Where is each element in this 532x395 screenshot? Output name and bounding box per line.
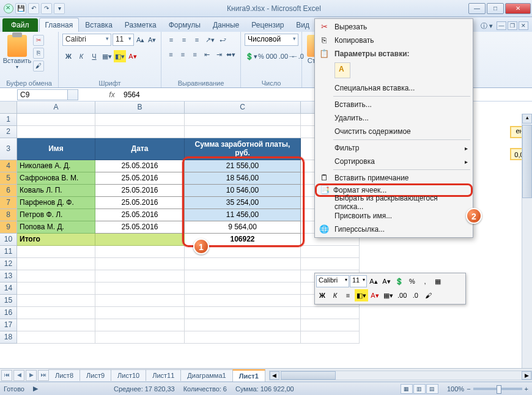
select-all-button[interactable] [0, 102, 17, 114]
header-date[interactable]: Дата [95, 138, 185, 160]
col-header-a[interactable]: A [17, 102, 95, 114]
inner-restore-button[interactable]: ❐ [508, 21, 517, 30]
cell[interactable] [185, 295, 301, 307]
row-header[interactable]: 18 [0, 331, 17, 344]
ctx-insert-comment[interactable]: 🗒Вставить примечание [316, 171, 471, 185]
col-header-c[interactable]: C [185, 102, 301, 114]
inner-minimize-button[interactable]: — [497, 21, 506, 30]
align-left-button[interactable]: ≡ [165, 48, 177, 61]
cell-sum[interactable]: 10 546,00 [185, 185, 301, 197]
ctx-hyperlink[interactable]: 🌐Гиперссылка... [316, 223, 471, 236]
align-right-button[interactable]: ≡ [189, 48, 201, 61]
mini-shrink-font-icon[interactable]: A▾ [380, 275, 393, 287]
scroll-right-button[interactable]: ▶ [522, 371, 531, 380]
cell-sum[interactable]: 11 456,00 [185, 209, 301, 221]
qat-more-icon[interactable]: ▾ [54, 3, 65, 14]
cell[interactable] [185, 114, 301, 126]
scroll-up-button[interactable]: ▴ [522, 114, 532, 124]
tab-view[interactable]: Вид [290, 18, 316, 32]
row-header[interactable]: 6 [0, 185, 17, 197]
mini-border-icon[interactable]: ▦ [432, 275, 444, 287]
mini-dec-decimal-button[interactable]: .0 [409, 289, 421, 301]
row-header[interactable]: 1 [0, 114, 17, 126]
cell[interactable] [185, 307, 301, 319]
cell-date[interactable]: 25.05.2016 [95, 185, 185, 197]
paste-option-1[interactable] [334, 62, 350, 78]
cell[interactable] [185, 270, 301, 282]
view-normal-button[interactable]: ▦ [401, 384, 413, 394]
tab-formulas[interactable]: Формулы [163, 18, 207, 32]
cell-date[interactable]: 25.05.2016 [95, 172, 185, 185]
cell[interactable] [17, 114, 95, 126]
cell-name[interactable]: Сафронова В. М. [17, 172, 95, 185]
view-layout-button[interactable]: ▥ [413, 384, 426, 394]
tab-home[interactable]: Главная [39, 18, 79, 32]
scroll-left-button[interactable]: ◀ [270, 371, 279, 380]
row-header[interactable]: 12 [0, 258, 17, 270]
header-name[interactable]: Имя [17, 138, 95, 160]
view-pagebreak-button[interactable]: ▤ [426, 384, 438, 394]
mini-format-painter-icon[interactable]: 🖌 [422, 289, 434, 301]
cell[interactable] [17, 126, 95, 138]
font-name-combo[interactable]: Calibri [62, 34, 111, 46]
mini-percent-icon[interactable]: % [406, 275, 418, 287]
cell-total-label[interactable]: Итого [17, 234, 95, 246]
italic-button[interactable]: К [75, 50, 87, 62]
sheet-tab[interactable]: Лист11 [146, 369, 181, 381]
zoom-in-button[interactable]: + [525, 385, 528, 393]
cell[interactable] [185, 282, 301, 295]
cell[interactable] [95, 114, 185, 126]
cell[interactable] [185, 126, 301, 138]
align-bottom-button[interactable]: ≡ [191, 34, 203, 46]
status-macro-icon[interactable]: ▶ [33, 385, 38, 393]
mini-bold-button[interactable]: Ж [316, 289, 328, 301]
mini-fill-button[interactable]: ◧▾ [355, 289, 368, 301]
cell[interactable] [95, 319, 185, 331]
minimize-button[interactable]: — [468, 3, 486, 14]
inner-close-button[interactable]: ✕ [519, 21, 528, 30]
tab-file[interactable]: Файл [2, 18, 38, 32]
ctx-delete[interactable]: Удалить... [316, 111, 471, 125]
align-center-button[interactable]: ≡ [177, 48, 189, 61]
row-header[interactable]: 9 [0, 221, 17, 234]
number-format-combo[interactable]: Числовой [245, 34, 298, 46]
col-header-b[interactable]: B [95, 102, 185, 114]
cell-name[interactable]: Петров Ф. Л. [17, 209, 95, 221]
mini-currency-icon[interactable]: 💲 [393, 275, 405, 287]
mini-font-color-button[interactable]: A▾ [369, 289, 381, 301]
copy-icon[interactable]: ⎘ [33, 48, 44, 59]
tab-data[interactable]: Данные [207, 18, 245, 32]
ctx-define-name[interactable]: Присвоить имя... [316, 209, 471, 223]
cell-name[interactable]: Попова М. Д. [17, 221, 95, 234]
help-icon[interactable]: ⓘ ▾ [481, 21, 493, 31]
font-color-button[interactable]: A▾ [127, 50, 139, 62]
sheet-tab[interactable]: Лист10 [111, 369, 146, 381]
mini-font-combo[interactable]: Calibri [316, 275, 349, 287]
row-header[interactable]: 10 [0, 234, 17, 246]
cell[interactable] [17, 331, 95, 344]
cell[interactable] [17, 258, 95, 270]
cell-date[interactable]: 25.05.2016 [95, 221, 185, 234]
underline-button[interactable]: Ч [88, 50, 100, 62]
cell-sum[interactable]: 9 564,00 [185, 221, 301, 234]
cell-name[interactable]: Николаев А. Д. [17, 160, 95, 172]
cut-icon[interactable]: ✂ [33, 35, 44, 46]
tab-layout[interactable]: Разметка [119, 18, 163, 32]
cell[interactable] [95, 282, 185, 295]
border-button[interactable]: ▦▾ [101, 50, 113, 62]
cell[interactable] [95, 307, 185, 319]
font-size-combo[interactable]: 11 [113, 34, 134, 46]
sheet-nav-first[interactable]: ⏮ [1, 370, 12, 381]
horizontal-scrollbar[interactable]: ◀ ▶ [269, 371, 532, 380]
comma-button[interactable]: 000 [265, 50, 278, 62]
row-header[interactable]: 3 [0, 138, 17, 160]
sheet-tab-active[interactable]: Лист1 [232, 369, 265, 382]
shrink-font-icon[interactable]: A▾ [147, 34, 157, 46]
cell[interactable] [185, 258, 301, 270]
tab-review[interactable]: Рецензир [245, 18, 290, 32]
row-header[interactable]: 17 [0, 319, 17, 331]
mini-size-combo[interactable]: 11 [350, 275, 367, 287]
cell[interactable] [95, 258, 185, 270]
hscroll-thumb[interactable] [281, 371, 336, 380]
increase-indent-button[interactable]: ⇥ [213, 48, 225, 61]
